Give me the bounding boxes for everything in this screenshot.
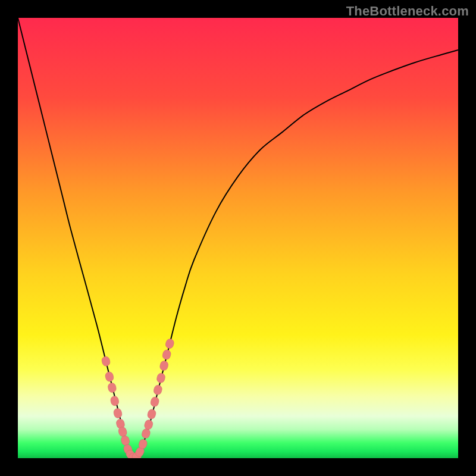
gradient-background <box>18 18 458 458</box>
outer-frame: TheBottleneck.com <box>0 0 476 476</box>
watermark-text: TheBottleneck.com <box>346 4 469 19</box>
plot-area <box>18 18 458 458</box>
chart-svg <box>18 18 458 458</box>
